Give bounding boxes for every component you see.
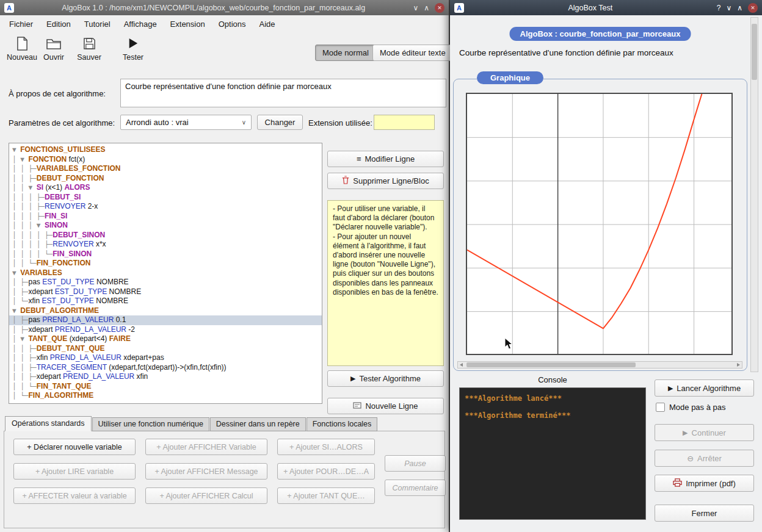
delete-line-button[interactable]: Supprimer Ligne/Bloc bbox=[327, 173, 444, 189]
main-window-titlebar[interactable]: A AlgoBox 1.0 : /home/xm1/NEWCOMPIL/algo… bbox=[0, 0, 449, 15]
graph-horizontal-scrollbar[interactable] bbox=[457, 361, 742, 368]
test-algorithm-button[interactable]: ▶ Tester Algorithme bbox=[327, 370, 444, 387]
scroll-left-arrow-icon[interactable] bbox=[460, 363, 463, 367]
tree-row[interactable]: │ │ ├─TRACER_SEGMENT (xdepart,fct(xdepar… bbox=[9, 363, 322, 373]
add-pour-de-a-button[interactable]: + Ajouter POUR…DE…A bbox=[277, 463, 375, 480]
maximize-icon[interactable]: ∧ bbox=[424, 3, 429, 13]
add-si-alors-button[interactable]: + Ajouter SI…ALORS bbox=[277, 439, 375, 455]
tree-row[interactable]: │ ├─pas PREND_LA_VALEUR 0.1 bbox=[9, 315, 322, 325]
shade-icon[interactable]: ∨ bbox=[726, 3, 731, 13]
mode-editor-button[interactable]: Mode éditeur texte bbox=[372, 45, 453, 61]
tree-row[interactable]: │ │ │ │ └─FIN_SINON bbox=[9, 250, 322, 259]
tree-row[interactable]: │ │ └─FIN_TANT_QUE bbox=[9, 382, 322, 392]
stop-button[interactable]: ⊖ Arrêter bbox=[655, 450, 754, 467]
tree-row[interactable]: │ │ ├─xfin PREND_LA_VALEUR xdepart+pas bbox=[9, 353, 322, 363]
tree-row[interactable]: │ │ ├─DEBUT_FONCTION bbox=[9, 174, 322, 184]
menu-fichier[interactable]: Fichier bbox=[2, 15, 40, 34]
tree-row[interactable]: │ │ │ │ ├─DEBUT_SINON bbox=[9, 231, 322, 240]
help-icon[interactable]: ? bbox=[717, 3, 721, 13]
horizontal-scroll-thumb[interactable] bbox=[466, 362, 636, 367]
scroll-right-arrow-icon[interactable] bbox=[737, 363, 740, 367]
tree-row[interactable]: │ │ │ ├─FIN_SI bbox=[9, 212, 322, 221]
tree-row[interactable]: │ └─xfin EST_DU_TYPE NOMBRE bbox=[9, 297, 322, 306]
run-algorithm-button[interactable]: ▶ Lancer Algorithme bbox=[655, 379, 754, 397]
tab-fonctions-locales[interactable]: Fonctions locales bbox=[307, 417, 378, 431]
tab-fonction-numerique[interactable]: Utiliser une fonction numérique bbox=[92, 417, 209, 431]
tree-row[interactable]: │ │ └─FIN_FONCTION bbox=[9, 259, 322, 268]
close-dialog-button[interactable]: Fermer bbox=[655, 505, 754, 522]
menu-extension[interactable]: Extension bbox=[164, 15, 212, 34]
vertical-scroll-thumb[interactable] bbox=[752, 24, 757, 80]
add-afficher-calcul-button[interactable]: + Ajouter AFFICHER Calcul bbox=[145, 487, 267, 504]
algorithm-description: Courbe représentative d'une fonction déf… bbox=[459, 48, 673, 57]
tree-text: FIN_ALGORITHME bbox=[29, 391, 94, 400]
pause-button[interactable]: Pause bbox=[385, 455, 446, 472]
affecter-valeur-button[interactable]: + AFFECTER valeur à variable bbox=[13, 487, 136, 504]
continue-button[interactable]: ▶ Continuer bbox=[655, 424, 754, 441]
tree-row[interactable]: ▼ VARIABLES bbox=[9, 268, 322, 278]
tree-row[interactable]: │ │ │ ├─RENVOYER 2-x bbox=[9, 202, 322, 212]
about-field[interactable]: Courbe représentative d'une fonction déf… bbox=[120, 79, 446, 107]
mode-normal-button[interactable]: Mode normal bbox=[315, 45, 376, 61]
tree-row[interactable]: │ │ │ │ ├─RENVOYER x*x bbox=[9, 240, 322, 250]
tree-row[interactable]: │ │ ├─DEBUT_TANT_QUE bbox=[9, 344, 322, 354]
checkbox-icon[interactable] bbox=[656, 403, 665, 412]
save-button[interactable]: Sauver bbox=[72, 35, 106, 62]
tab-dessiner-repere[interactable]: Dessiner dans un repère bbox=[210, 417, 306, 431]
maximize-icon[interactable]: ∧ bbox=[737, 3, 742, 13]
tree-text: FONCTION bbox=[29, 155, 69, 164]
window-vertical-scrollbar[interactable] bbox=[750, 17, 758, 372]
add-afficher-variable-button[interactable]: + Ajouter AFFICHER Variable bbox=[145, 439, 267, 455]
tree-text: NOMBRE bbox=[96, 297, 128, 305]
tree-row[interactable]: │ ├─xdepart EST_DU_TYPE NOMBRE bbox=[9, 287, 322, 297]
modify-line-button[interactable]: ≡ Modifier Ligne bbox=[327, 151, 444, 167]
tree-guides: │ │ ├─ bbox=[12, 354, 37, 362]
add-afficher-message-button[interactable]: + Ajouter AFFICHER Message bbox=[145, 463, 267, 480]
tree-row[interactable]: ▼ FONCTIONS_UTILISEES bbox=[9, 145, 322, 155]
new-line-button[interactable]: Nouvelle Ligne bbox=[327, 398, 444, 414]
tree-text: DEBUT_FONCTION bbox=[37, 174, 104, 182]
tree-row[interactable]: │ └─FIN_ALGORITHME bbox=[9, 391, 322, 401]
print-pdf-button[interactable]: Imprimer (pdf) bbox=[655, 475, 754, 492]
change-button[interactable]: Changer bbox=[257, 115, 303, 130]
tree-text: FAIRE bbox=[109, 334, 131, 343]
step-mode-checkbox[interactable]: Mode pas à pas bbox=[656, 403, 726, 412]
test-button[interactable]: Tester bbox=[116, 35, 150, 62]
menu-affichage[interactable]: Affichage bbox=[117, 15, 164, 34]
tree-guides: │ ▼ bbox=[12, 156, 29, 164]
extension-input[interactable] bbox=[374, 115, 435, 130]
tree-row[interactable]: │ │ ▼ SI (x<1) ALORS bbox=[9, 183, 322, 193]
tree-guides: │ ├─ bbox=[12, 316, 29, 324]
tree-text: SI bbox=[37, 183, 46, 192]
console-label: Console bbox=[459, 375, 646, 384]
params-combobox[interactable]: Arrondi auto : vrai ∨ bbox=[120, 115, 252, 130]
add-tant-que-button[interactable]: + Ajouter TANT QUE… bbox=[277, 487, 375, 504]
tree-row[interactable]: │ ├─pas EST_DU_TYPE NOMBRE bbox=[9, 278, 322, 287]
tree-row[interactable]: │ ▼ TANT_QUE (xdepart<4) FAIRE bbox=[9, 334, 322, 344]
tree-row[interactable]: │ │ │ ├─DEBUT_SI bbox=[9, 193, 322, 203]
shade-icon[interactable]: ∨ bbox=[413, 3, 418, 13]
tree-row[interactable]: │ │ ├─VARIABLES_FONCTION bbox=[9, 164, 322, 174]
menu-aide[interactable]: Aide bbox=[253, 15, 282, 34]
new-button[interactable]: Nouveau bbox=[5, 35, 39, 62]
tree-text: TANT_QUE bbox=[29, 334, 70, 343]
close-icon[interactable]: ✕ bbox=[435, 3, 445, 13]
menu-edition[interactable]: Edition bbox=[40, 15, 78, 34]
menu-tutoriel[interactable]: Tutoriel bbox=[78, 15, 117, 34]
tree-row[interactable]: │ ▼ FONCTION fct(x) bbox=[9, 155, 322, 165]
menu-options[interactable]: Options bbox=[212, 15, 253, 34]
open-button[interactable]: Ouvrir bbox=[37, 35, 71, 62]
declare-variable-button[interactable]: + Déclarer nouvelle variable bbox=[13, 439, 136, 455]
tree-row[interactable]: │ │ │ ▼ SINON bbox=[9, 221, 322, 231]
tab-operations-standards[interactable]: Opérations standards bbox=[5, 416, 92, 431]
step-mode-label: Mode pas à pas bbox=[669, 403, 726, 412]
tree-guides: ▼ bbox=[12, 307, 20, 315]
tree-row[interactable]: │ ├─xdepart PREND_LA_VALEUR -2 bbox=[9, 325, 322, 335]
add-lire-variable-button[interactable]: + Ajouter LIRE variable bbox=[13, 463, 136, 480]
tree-row[interactable]: ▼ DEBUT_ALGORITHME bbox=[9, 306, 322, 316]
tree-row[interactable]: │ │ ├─xdepart PREND_LA_VALEUR xfin bbox=[9, 372, 322, 382]
close-icon[interactable]: ✕ bbox=[748, 3, 758, 13]
test-window-titlebar[interactable]: A AlgoBox Test ? ∨ ∧ ✕ bbox=[450, 0, 762, 15]
comment-button[interactable]: Commentaire bbox=[385, 480, 446, 496]
algobox-logo-icon: A bbox=[4, 3, 14, 13]
